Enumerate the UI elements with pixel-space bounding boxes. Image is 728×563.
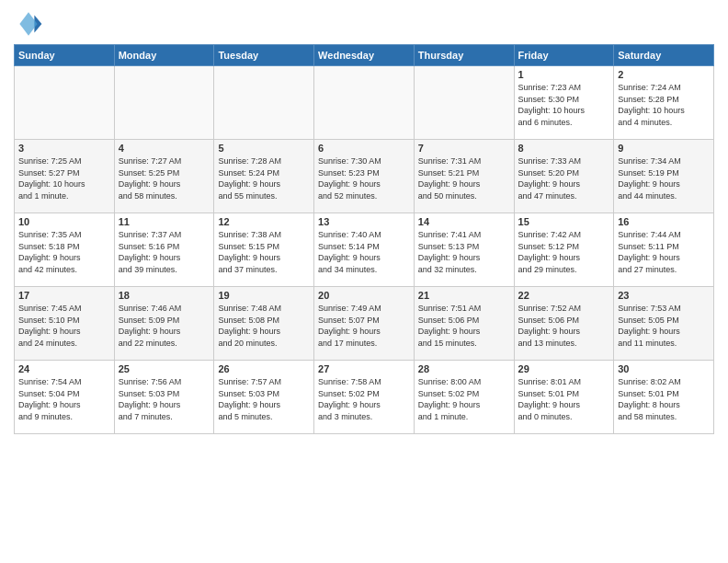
- day-number: 10: [18, 216, 110, 227]
- calendar-cell: 18Sunrise: 7:46 AM Sunset: 5:09 PM Dayli…: [114, 287, 214, 361]
- day-detail: Sunrise: 7:37 AM Sunset: 5:16 PM Dayligh…: [119, 229, 210, 275]
- calendar-day-header: Saturday: [614, 45, 714, 66]
- day-number: 14: [418, 216, 510, 227]
- day-number: 18: [119, 290, 210, 301]
- day-number: 21: [418, 290, 510, 301]
- calendar-day-header: Sunday: [15, 45, 115, 66]
- calendar-cell: 7Sunrise: 7:31 AM Sunset: 5:21 PM Daylig…: [414, 140, 514, 213]
- day-detail: Sunrise: 8:00 AM Sunset: 5:02 PM Dayligh…: [418, 376, 510, 422]
- calendar-cell: 29Sunrise: 8:01 AM Sunset: 5:01 PM Dayli…: [514, 361, 614, 434]
- day-number: 29: [518, 363, 610, 374]
- calendar-cell: 10Sunrise: 7:35 AM Sunset: 5:18 PM Dayli…: [15, 213, 115, 287]
- day-number: 16: [618, 216, 710, 227]
- day-number: 15: [518, 216, 610, 227]
- calendar-cell: 23Sunrise: 7:53 AM Sunset: 5:05 PM Dayli…: [614, 287, 714, 361]
- day-detail: Sunrise: 7:44 AM Sunset: 5:11 PM Dayligh…: [618, 229, 710, 275]
- day-number: 12: [218, 216, 310, 227]
- day-detail: Sunrise: 7:24 AM Sunset: 5:28 PM Dayligh…: [618, 82, 710, 128]
- calendar-cell: [15, 66, 115, 140]
- day-detail: Sunrise: 7:28 AM Sunset: 5:24 PM Dayligh…: [218, 155, 310, 201]
- calendar-day-header: Friday: [514, 45, 614, 66]
- day-number: 27: [318, 363, 410, 374]
- calendar-cell: [214, 66, 314, 140]
- day-number: 19: [218, 290, 310, 301]
- day-detail: Sunrise: 7:25 AM Sunset: 5:27 PM Dayligh…: [18, 155, 110, 201]
- day-detail: Sunrise: 7:30 AM Sunset: 5:23 PM Dayligh…: [318, 155, 410, 201]
- logo-icon: [14, 9, 43, 39]
- calendar-cell: 11Sunrise: 7:37 AM Sunset: 5:16 PM Dayli…: [114, 213, 214, 287]
- calendar-day-header: Monday: [114, 45, 214, 66]
- day-detail: Sunrise: 7:27 AM Sunset: 5:25 PM Dayligh…: [119, 155, 210, 201]
- day-detail: Sunrise: 7:33 AM Sunset: 5:20 PM Dayligh…: [518, 155, 610, 201]
- day-number: 1: [518, 69, 610, 80]
- calendar-cell: 1Sunrise: 7:23 AM Sunset: 5:30 PM Daylig…: [514, 66, 614, 140]
- calendar-cell: 30Sunrise: 8:02 AM Sunset: 5:01 PM Dayli…: [614, 361, 714, 434]
- day-detail: Sunrise: 7:53 AM Sunset: 5:05 PM Dayligh…: [618, 303, 710, 349]
- day-detail: Sunrise: 7:38 AM Sunset: 5:15 PM Dayligh…: [218, 229, 310, 275]
- calendar-cell: 25Sunrise: 7:56 AM Sunset: 5:03 PM Dayli…: [114, 361, 214, 434]
- calendar-cell: 3Sunrise: 7:25 AM Sunset: 5:27 PM Daylig…: [15, 140, 115, 213]
- calendar-cell: 21Sunrise: 7:51 AM Sunset: 5:06 PM Dayli…: [414, 287, 514, 361]
- day-detail: Sunrise: 8:02 AM Sunset: 5:01 PM Dayligh…: [618, 376, 710, 422]
- day-number: 22: [518, 290, 610, 301]
- day-detail: Sunrise: 7:42 AM Sunset: 5:12 PM Dayligh…: [518, 229, 610, 275]
- day-detail: Sunrise: 7:54 AM Sunset: 5:04 PM Dayligh…: [18, 376, 110, 422]
- calendar-cell: 17Sunrise: 7:45 AM Sunset: 5:10 PM Dayli…: [15, 287, 115, 361]
- calendar-cell: 4Sunrise: 7:27 AM Sunset: 5:25 PM Daylig…: [114, 140, 214, 213]
- calendar-cell: 5Sunrise: 7:28 AM Sunset: 5:24 PM Daylig…: [214, 140, 314, 213]
- day-detail: Sunrise: 8:01 AM Sunset: 5:01 PM Dayligh…: [518, 376, 610, 422]
- logo: [14, 9, 47, 39]
- calendar-cell: 8Sunrise: 7:33 AM Sunset: 5:20 PM Daylig…: [514, 140, 614, 213]
- calendar-cell: 13Sunrise: 7:40 AM Sunset: 5:14 PM Dayli…: [314, 213, 415, 287]
- day-detail: Sunrise: 7:48 AM Sunset: 5:08 PM Dayligh…: [218, 303, 310, 349]
- day-number: 24: [18, 363, 110, 374]
- day-number: 3: [18, 143, 110, 154]
- day-detail: Sunrise: 7:57 AM Sunset: 5:03 PM Dayligh…: [218, 376, 310, 422]
- day-number: 7: [418, 143, 510, 154]
- calendar-week-row: 24Sunrise: 7:54 AM Sunset: 5:04 PM Dayli…: [15, 361, 714, 434]
- calendar-cell: 19Sunrise: 7:48 AM Sunset: 5:08 PM Dayli…: [214, 287, 314, 361]
- day-detail: Sunrise: 7:58 AM Sunset: 5:02 PM Dayligh…: [318, 376, 410, 422]
- calendar-cell: 24Sunrise: 7:54 AM Sunset: 5:04 PM Dayli…: [15, 361, 115, 434]
- calendar-cell: 6Sunrise: 7:30 AM Sunset: 5:23 PM Daylig…: [314, 140, 415, 213]
- day-number: 5: [218, 143, 310, 154]
- day-number: 6: [318, 143, 410, 154]
- day-number: 9: [618, 143, 710, 154]
- calendar-cell: 14Sunrise: 7:41 AM Sunset: 5:13 PM Dayli…: [414, 213, 514, 287]
- calendar-day-header: Thursday: [414, 45, 514, 66]
- calendar-table: SundayMondayTuesdayWednesdayThursdayFrid…: [14, 44, 714, 434]
- day-detail: Sunrise: 7:46 AM Sunset: 5:09 PM Dayligh…: [119, 303, 210, 349]
- calendar-week-row: 17Sunrise: 7:45 AM Sunset: 5:10 PM Dayli…: [15, 287, 714, 361]
- calendar-day-header: Tuesday: [214, 45, 314, 66]
- calendar-cell: 27Sunrise: 7:58 AM Sunset: 5:02 PM Dayli…: [314, 361, 415, 434]
- day-number: 23: [618, 290, 710, 301]
- day-number: 17: [18, 290, 110, 301]
- page-header: [14, 9, 714, 39]
- day-detail: Sunrise: 7:23 AM Sunset: 5:30 PM Dayligh…: [518, 82, 610, 128]
- calendar-header-row: SundayMondayTuesdayWednesdayThursdayFrid…: [15, 45, 714, 66]
- calendar-cell: 16Sunrise: 7:44 AM Sunset: 5:11 PM Dayli…: [614, 213, 714, 287]
- day-number: 13: [318, 216, 410, 227]
- day-detail: Sunrise: 7:49 AM Sunset: 5:07 PM Dayligh…: [318, 303, 410, 349]
- calendar-cell: 2Sunrise: 7:24 AM Sunset: 5:28 PM Daylig…: [614, 66, 714, 140]
- day-detail: Sunrise: 7:45 AM Sunset: 5:10 PM Dayligh…: [18, 303, 110, 349]
- calendar-cell: 9Sunrise: 7:34 AM Sunset: 5:19 PM Daylig…: [614, 140, 714, 213]
- day-detail: Sunrise: 7:51 AM Sunset: 5:06 PM Dayligh…: [418, 303, 510, 349]
- calendar-cell: 12Sunrise: 7:38 AM Sunset: 5:15 PM Dayli…: [214, 213, 314, 287]
- calendar-cell: [414, 66, 514, 140]
- day-detail: Sunrise: 7:56 AM Sunset: 5:03 PM Dayligh…: [119, 376, 210, 422]
- calendar-week-row: 1Sunrise: 7:23 AM Sunset: 5:30 PM Daylig…: [15, 66, 714, 140]
- calendar-cell: 22Sunrise: 7:52 AM Sunset: 5:06 PM Dayli…: [514, 287, 614, 361]
- day-number: 26: [218, 363, 310, 374]
- calendar-cell: 28Sunrise: 8:00 AM Sunset: 5:02 PM Dayli…: [414, 361, 514, 434]
- calendar-cell: 20Sunrise: 7:49 AM Sunset: 5:07 PM Dayli…: [314, 287, 415, 361]
- calendar-week-row: 10Sunrise: 7:35 AM Sunset: 5:18 PM Dayli…: [15, 213, 714, 287]
- day-detail: Sunrise: 7:35 AM Sunset: 5:18 PM Dayligh…: [18, 229, 110, 275]
- day-number: 28: [418, 363, 510, 374]
- day-number: 30: [618, 363, 710, 374]
- day-number: 4: [119, 143, 210, 154]
- calendar-cell: 15Sunrise: 7:42 AM Sunset: 5:12 PM Dayli…: [514, 213, 614, 287]
- page-container: SundayMondayTuesdayWednesdayThursdayFrid…: [0, 0, 728, 443]
- day-detail: Sunrise: 7:34 AM Sunset: 5:19 PM Dayligh…: [618, 155, 710, 201]
- calendar-cell: 26Sunrise: 7:57 AM Sunset: 5:03 PM Dayli…: [214, 361, 314, 434]
